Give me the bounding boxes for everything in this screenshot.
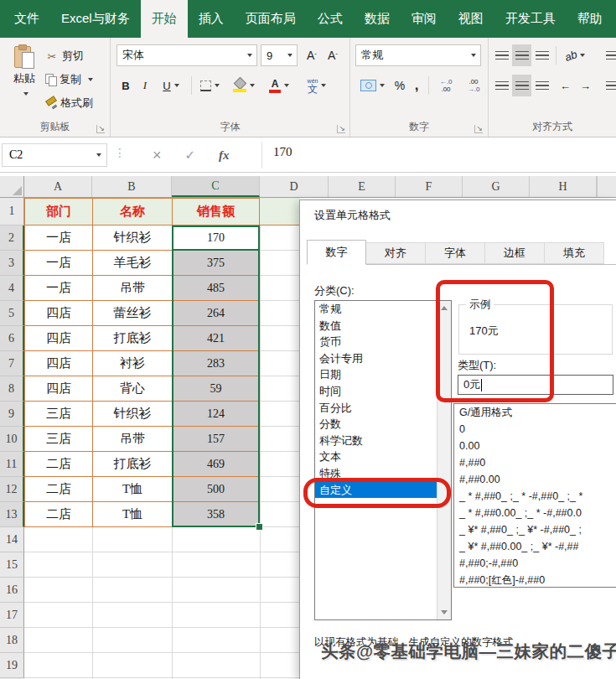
cut-button[interactable]: ✂ 剪切 (45, 46, 84, 66)
sales-cell[interactable]: 264 (173, 301, 260, 326)
row-header[interactable]: 10 (0, 427, 24, 452)
select-all-corner[interactable] (0, 176, 24, 197)
decrease-font-size-button[interactable]: Aˇ (323, 44, 343, 66)
format-code-item[interactable]: #,##0;[红色]-#,##0 (454, 572, 616, 588)
format-code-item[interactable]: #,##0 (454, 454, 616, 471)
name-cell[interactable]: 衬衫 (93, 351, 173, 376)
column-header[interactable]: A (24, 176, 92, 197)
sales-cell[interactable]: 375 (173, 251, 260, 276)
name-cell[interactable]: 针织衫 (93, 225, 173, 251)
row-header[interactable]: 11 (0, 452, 24, 477)
italic-button[interactable]: I (137, 75, 153, 96)
wrap-text-button[interactable] (604, 44, 616, 66)
format-code-item[interactable]: _ * #,##0.00_ ;_ * -#,##0.0 (454, 505, 616, 521)
format-code-item[interactable]: G/通用格式 (454, 404, 616, 421)
category-item[interactable]: 文本 (315, 448, 437, 465)
increase-indent-button[interactable]: → (576, 75, 595, 96)
category-item[interactable]: 百分比 (315, 400, 437, 417)
row-header[interactable]: 9 (0, 402, 24, 427)
row-header[interactable]: 14 (0, 527, 24, 552)
category-item[interactable]: 分数 (315, 416, 437, 433)
copy-button[interactable]: 复制 (45, 70, 93, 90)
formula-bar-value[interactable]: 170 (273, 145, 292, 159)
merge-center-button[interactable] (604, 75, 616, 96)
department-cell[interactable]: 二店 (25, 477, 93, 502)
row-header[interactable]: 1 (0, 198, 24, 225)
category-item[interactable]: 常规 (315, 301, 437, 318)
align-right-button[interactable] (532, 75, 551, 96)
ribbon-tab[interactable]: 帮助 (567, 0, 613, 38)
department-cell[interactable]: 一店 (25, 276, 93, 301)
ribbon-tab[interactable]: 视图 (448, 0, 494, 38)
type-input[interactable]: 0元 (458, 375, 613, 395)
ribbon-tab[interactable]: 审阅 (401, 0, 448, 38)
format-code-item[interactable]: #,##0.00 (454, 471, 616, 488)
column-header[interactable]: H (530, 176, 597, 197)
department-cell[interactable]: 二店 (25, 452, 93, 477)
category-scrollbar[interactable] (437, 301, 451, 619)
paste-button[interactable]: 粘贴 (7, 43, 42, 117)
font-size-combo[interactable]: 9 (261, 44, 298, 66)
bottom-align-button[interactable] (532, 44, 551, 66)
font-name-combo[interactable]: 宋体 (116, 44, 257, 66)
row-header[interactable]: 18 (0, 628, 24, 653)
format-code-item[interactable]: _ * #,##0_ ;_ * -#,##0_ ;_ * (454, 488, 616, 505)
paste-dropdown-arrow[interactable] (23, 92, 28, 96)
ribbon-tab[interactable]: 页面布局 (235, 0, 307, 38)
ribbon-tab[interactable]: 插入 (188, 0, 235, 38)
sales-cell[interactable]: 170 (173, 225, 260, 251)
sales-cell[interactable]: 59 (173, 376, 260, 402)
fill-color-button[interactable] (228, 75, 260, 96)
enter-icon[interactable]: ✓ (185, 148, 196, 163)
insert-function-icon[interactable]: fx (219, 148, 230, 163)
column-header[interactable]: F (396, 176, 463, 197)
align-left-button[interactable] (492, 75, 511, 96)
row-header[interactable]: 5 (0, 301, 24, 326)
row-header[interactable]: 16 (0, 578, 24, 603)
decrease-indent-button[interactable]: ← (556, 75, 575, 96)
name-cell[interactable]: 蕾丝衫 (93, 301, 173, 326)
clipboard-dialog-launcher-icon[interactable]: ↘ (96, 125, 105, 133)
ribbon-tab[interactable]: 数据 (354, 0, 401, 38)
sales-cell[interactable]: 421 (173, 326, 260, 351)
copy-dropdown-arrow[interactable] (88, 78, 93, 81)
accounting-format-button[interactable] (355, 75, 389, 96)
department-cell[interactable]: 二店 (25, 502, 93, 527)
category-item[interactable]: 会计专用 (315, 350, 437, 367)
category-item[interactable]: 科学记数 (315, 433, 437, 449)
row-header[interactable]: 12 (0, 477, 24, 502)
middle-align-button[interactable] (512, 44, 531, 66)
category-item[interactable]: 数值 (315, 318, 437, 334)
top-align-button[interactable] (492, 44, 511, 66)
row-header[interactable]: 3 (0, 251, 24, 276)
category-item[interactable]: 日期 (315, 366, 437, 383)
name-cell[interactable]: 打底衫 (93, 452, 173, 477)
department-cell[interactable]: 四店 (25, 376, 93, 402)
sales-cell[interactable]: 124 (173, 402, 260, 427)
number-format-combo[interactable]: 常规 (355, 44, 481, 66)
column-header[interactable]: D (260, 176, 329, 197)
scroll-up-icon[interactable] (441, 306, 448, 310)
name-cell[interactable]: 背心 (93, 376, 173, 402)
ribbon-tab[interactable]: 文件 (3, 0, 50, 38)
align-center-button[interactable] (512, 75, 531, 96)
sales-cell[interactable]: 157 (173, 427, 260, 452)
dialog-tab[interactable]: 边框 (485, 242, 545, 264)
number-dialog-launcher-icon[interactable]: ↘ (474, 125, 483, 133)
percent-style-button[interactable]: % (391, 75, 408, 96)
ribbon-tab[interactable]: Excel与财务 (50, 0, 141, 38)
name-cell[interactable]: T恤 (93, 477, 173, 502)
row-header[interactable]: 17 (0, 603, 24, 628)
name-cell[interactable]: 吊带 (93, 276, 173, 301)
department-cell[interactable]: 四店 (25, 326, 93, 351)
row-header[interactable]: 7 (0, 351, 24, 376)
row-header[interactable]: 6 (0, 326, 24, 351)
phonetic-button[interactable]: wén文 (300, 75, 334, 96)
department-cell[interactable]: 四店 (25, 301, 93, 326)
format-code-item[interactable]: 0 (454, 421, 616, 438)
comma-style-button[interactable]: , (410, 75, 423, 96)
category-item[interactable]: 时间 (315, 383, 437, 400)
dialog-tab[interactable]: 字体 (426, 242, 485, 264)
dialog-tab[interactable]: 数字 (307, 240, 366, 265)
formula-bar-drag-dots[interactable]: ⋮ (114, 146, 126, 159)
